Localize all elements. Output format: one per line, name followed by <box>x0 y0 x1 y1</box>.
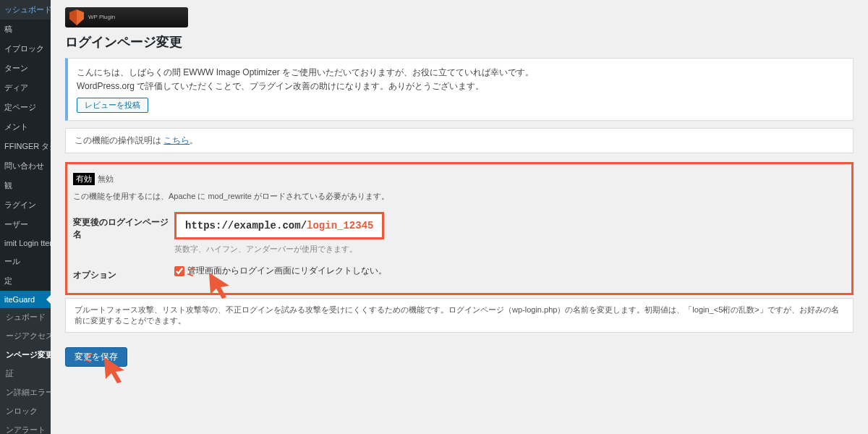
sidebar-item[interactable]: ッシュボード <box>0 0 51 20</box>
sidebar-item[interactable]: メント <box>0 117 51 137</box>
sidebar-item[interactable]: 問い合わせ <box>0 156 51 176</box>
annotation-spark-1 <box>192 265 206 280</box>
login-url-input[interactable]: https://example.com/login_12345 <box>174 212 384 239</box>
sidebar-subitem[interactable]: ン詳細エラーメッ の無効化 <box>0 383 51 402</box>
sidebar-item[interactable]: ール <box>0 252 51 271</box>
sidebar-subitem[interactable]: ンロック <box>0 402 51 421</box>
sidebar-item[interactable]: ディア <box>0 78 51 98</box>
review-button[interactable]: レビューを投稿 <box>77 98 148 113</box>
settings-highlight: 有効無効 この機能を使用するには、Apache に mod_rewrite がロ… <box>65 162 854 295</box>
annotation-spark-2 <box>90 352 104 366</box>
docs-link[interactable]: こちら <box>163 135 190 145</box>
notice-line1: こんにちは、しばらくの間 EWWW Image Optimizer をご使用いた… <box>77 66 844 80</box>
desc-prefix: この機能の操作説明は <box>75 135 163 145</box>
sidebar-item[interactable]: imit Login ttempts <box>0 234 51 252</box>
url-base: https://example.com/ <box>185 220 307 231</box>
desc-suffix: 。 <box>190 135 198 145</box>
sidebar-subitem[interactable]: ージアクセス制限 <box>0 327 51 346</box>
description-row: この機能の操作説明は こちら。 <box>65 128 854 153</box>
apache-hint: この機能を使用するには、Apache に mod_rewrite がロードされて… <box>73 191 846 202</box>
toggle-disabled[interactable]: 無効 <box>95 173 116 185</box>
redirect-checkbox[interactable] <box>174 266 184 276</box>
feature-footnote: ブルートフォース攻撃、リスト攻撃等の、不正ログインを試みる攻撃を受けにくくするた… <box>65 298 854 333</box>
toggle-enabled[interactable]: 有効 <box>73 173 95 185</box>
sidebar-subitem[interactable]: シュボード <box>0 308 51 327</box>
review-notice: こんにちは、しばらくの間 EWWW Image Optimizer をご使用いた… <box>65 58 854 121</box>
label-login-name: 変更後のログインページ名 <box>73 212 174 241</box>
sidebar-subitem[interactable]: 証 <box>0 365 51 383</box>
shield-icon <box>69 9 84 25</box>
sidebar-item[interactable]: イブロック <box>0 39 51 59</box>
redirect-option-row[interactable]: 管理画面からログイン画面にリダイレクトしない。 <box>174 265 846 277</box>
notice-line2: WordPress.org で評価していただくことで、プラグイン改善の助けになり… <box>77 80 844 93</box>
logo-subtitle: WP Plugin <box>88 14 115 20</box>
main-content: WP Plugin ログインページ変更 こんにちは、しばらくの間 EWWW Im… <box>51 0 868 434</box>
admin-sidebar: ッシュボード稿イブロックターンディア定ページメントFFINGER タグ問い合わせ… <box>0 0 51 434</box>
sidebar-item[interactable]: 定ページ <box>0 98 51 117</box>
sidebar-item[interactable]: ラグイン <box>0 195 51 215</box>
sidebar-item-siteguard[interactable]: iteGuard <box>0 291 51 308</box>
plugin-logo: WP Plugin <box>65 7 188 27</box>
sidebar-item[interactable]: 定 <box>0 271 51 291</box>
url-path: login_12345 <box>307 220 373 231</box>
sidebar-item[interactable]: FFINGER タグ <box>0 137 51 156</box>
name-hint: 英数字、ハイフン、アンダーバーが使用できます。 <box>174 244 846 255</box>
label-option: オプション <box>73 265 174 281</box>
option-text: 管理画面からログイン画面にリダイレクトしない。 <box>187 265 387 277</box>
sidebar-subitem[interactable]: ンページ変更 <box>0 346 51 365</box>
sidebar-item[interactable]: ーザー <box>0 215 51 234</box>
sidebar-item[interactable]: 稿 <box>0 20 51 39</box>
page-title: ログインページ変更 <box>65 33 854 51</box>
sidebar-item[interactable]: 観 <box>0 176 51 195</box>
sidebar-item[interactable]: ターン <box>0 59 51 78</box>
sidebar-subitem[interactable]: ンアラート <box>0 421 51 434</box>
